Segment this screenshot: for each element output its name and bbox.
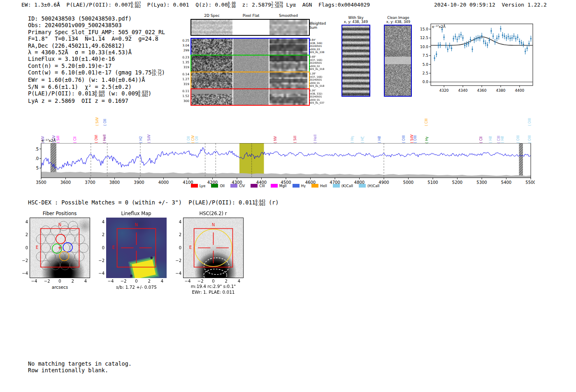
stacked-uncertainty: 0.0430.003 — [255, 200, 265, 206]
footer-note-2: Row intentionally blank. — [28, 367, 108, 374]
y-axis-tick-label: 0 — [97, 246, 105, 250]
info-line: Primary Spec_Slot_IFU_AMP: 505_097_022_R… — [28, 29, 193, 35]
svg-text:7.5: 7.5 — [423, 53, 428, 58]
y-axis-tick-label: −2 — [174, 258, 181, 263]
legend-label: MgII — [279, 184, 287, 188]
text-segment: P(LAE)/P(OII): 0.013 — [28, 90, 95, 97]
x-axis-tick-label: 2 — [69, 279, 77, 283]
spec2d-row — [190, 19, 310, 36]
spec2d-row-left-values: 0.111.52300 — [179, 89, 189, 104]
y-axis-tick-label: −4 — [21, 271, 28, 276]
weighted-sum-label: WeightedSum — [309, 21, 328, 30]
info-line: LyA z = 2.5869 OII z = 0.1697 — [28, 97, 193, 104]
emission-line-label: ( H8 — [378, 136, 382, 143]
emission-line-label: ( OIII — [402, 135, 406, 143]
spectrum-legend: LyαOIICIVCIIIMgIIHγHeII(K)CaII(H)CaII — [35, 184, 535, 188]
stacked-uncertainty: 0.0480.003 — [95, 91, 105, 97]
footer-note-1: No matching targets in catalog. — [28, 360, 132, 367]
cleanimage-image — [385, 26, 411, 96]
header-measurements: EW: 1.3±0.6Å P(LAE)/P(OII): 0.0070.0370.… — [21, 2, 370, 8]
text-segment: Cont(n) = 5.20(±0.19)e-17 — [28, 63, 111, 69]
stacked-uncertainty: 19.7519.75 — [152, 70, 162, 77]
svg-text:4340: 4340 — [458, 88, 468, 93]
text-segment: ID: 5002438503 (5002438503.pdf) — [28, 15, 132, 22]
line-fit-plot: 0.02.55.07.510.012.515.04320434043604380… — [418, 21, 537, 95]
stacked-uncertainty: 0.000.00 — [228, 2, 236, 9]
text-segment: Lyα AGN Flags:0x00404029 — [283, 2, 370, 8]
x-axis-tick-label: 4 — [82, 279, 89, 283]
legend-label: CIII — [259, 184, 265, 188]
x-axis-tick-label: 4 — [235, 279, 243, 283]
y-axis-tick-label: 4 — [174, 220, 181, 224]
y-axis-tick-label: 4 — [21, 220, 28, 224]
svg-text:4380: 4380 — [496, 88, 505, 93]
cleanimage-image-panel — [384, 25, 412, 97]
hsc-cutout-image — [183, 218, 244, 278]
legend-label: Lyα — [200, 184, 206, 188]
emission-line-label: ( H8 — [501, 136, 505, 143]
emission-line-label: ( OIII — [516, 135, 520, 143]
svg-text:0.0: 0.0 — [423, 80, 429, 84]
text-segment: S/N = 6.6(±1.1) χ² = 2.5(±0.2) — [28, 84, 132, 90]
info-line: Cont(w) = 6.10(±0.01)e-17 (gmag 19.7519.… — [28, 69, 193, 77]
text-segment: LyA z = 2.5869 OII z = 0.1697 — [28, 97, 128, 104]
emission-line-label: ( OIII — [528, 118, 532, 126]
smoothed-image — [269, 56, 307, 72]
legend-label: (H)CaII — [367, 184, 379, 188]
x-axis-tick-label: −4 — [107, 279, 114, 283]
legend-swatch — [191, 184, 198, 188]
text-segment: Primary Spec_Slot_IFU_AMP: 505_097_022_R… — [28, 29, 165, 35]
legend-swatch — [293, 184, 300, 188]
text-segment: λ = 4360.52Å σ = 10.33(±4.53)Å — [28, 49, 132, 56]
text-segment: ) — [148, 90, 151, 97]
svg-text:10.0: 10.0 — [420, 45, 428, 49]
pixelflat-image — [233, 20, 269, 35]
x-axis-tick-label: −2 — [120, 279, 127, 283]
emission-line-label: ( Hη — [351, 136, 355, 143]
lineflux-map-image — [106, 218, 167, 278]
spec2d-row-right-meta: 0.68"(437, 166)20240501v009_02505_RL_018 — [309, 55, 328, 71]
hsc-cutout-panel: HSC(26.2) r m:19.4 rc:2.9" s:0.1" EWr: 1… — [174, 210, 254, 302]
svg-text:12.5: 12.5 — [420, 36, 428, 40]
x-axis-tick-label: 4 — [158, 279, 166, 283]
x-axis-tick-label: −4 — [184, 279, 191, 283]
legend-label: CIV — [239, 184, 245, 188]
text-segment: Cont(w) = 6.10(±0.01)e-17 (gmag 19.75 — [28, 69, 152, 76]
pixelflat-image — [233, 89, 269, 105]
emission-line-label: ( HeII — [103, 135, 107, 143]
y-axis-tick-label: 2 — [174, 232, 181, 237]
svg-text:4360: 4360 — [477, 88, 487, 93]
y-axis-tick-label: 0 — [21, 246, 28, 250]
info-line: RA,Dec (226.450211,49.626812) — [28, 42, 193, 49]
emission-line-label: ( SiII — [293, 136, 297, 143]
spec2d-header-pixelflat: Pixel Flat — [233, 14, 269, 18]
detection-info-block: ID: 5002438503 (5002438503.pdf)Obs: 2024… — [28, 15, 193, 104]
fiber-xlabel: arcsecs — [30, 285, 90, 290]
y-axis-tick-label: −4 — [97, 271, 105, 276]
legend-label: Hγ — [301, 184, 306, 188]
smoothed-image — [269, 72, 307, 89]
spec2d-image — [191, 56, 232, 72]
legend-label: OII — [220, 184, 225, 188]
stacked-uncertainty: 0.0390.002 — [138, 91, 148, 97]
legend-swatch — [251, 184, 258, 188]
x-axis-tick-label: 0 — [133, 279, 140, 283]
legend-swatch — [271, 184, 278, 188]
info-line: S/N = 6.6(±1.1) χ² = 2.5(±0.2) — [28, 84, 193, 90]
fiber-positions-title: Fiber Positions — [21, 211, 99, 216]
lineflux-map-panel: Lineflux Map s/b: 1.72 +/- 0.075 −4−4−2−… — [97, 210, 177, 298]
emission-line-label: ( NV — [274, 136, 278, 143]
x-axis-tick-label: 0 — [210, 279, 217, 283]
header-meta: 2024-10-20 09:59:12 Version 1.22.2 — [434, 2, 547, 8]
info-line: P(LAE)/P(OII): 0.0130.0480.003 (w: 0.009… — [28, 90, 193, 97]
emission-line-label: ( OII — [187, 136, 191, 143]
emission-line-label: ( SiII — [56, 136, 60, 143]
pixelflat-image — [233, 56, 269, 72]
report-datetime: 2024-10-20 09:59:12 — [434, 2, 495, 8]
legend-swatch — [311, 184, 318, 188]
emission-line-label: ( OVI — [95, 135, 99, 143]
legend-item: (K)CaII — [333, 184, 353, 188]
hsc-cutout-title: HSC(26.2) r — [174, 211, 252, 216]
legend-item: OII — [211, 184, 225, 188]
legend-item: Hγ — [293, 184, 306, 188]
